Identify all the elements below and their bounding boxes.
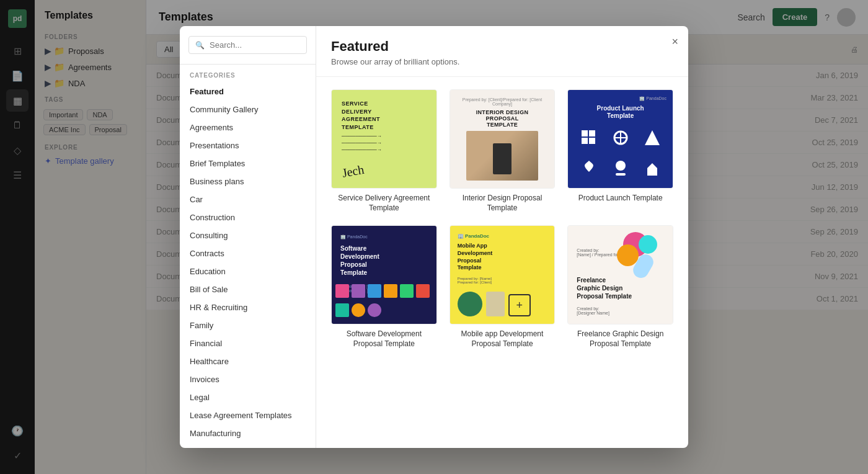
category-item-lease-agreement[interactable]: Lease Agreement Templates xyxy=(180,406,316,424)
svg-rect-0 xyxy=(582,130,588,136)
category-item-hr-recruiting[interactable]: HR & Recruiting xyxy=(180,298,316,316)
template-thumbnail-4: 🏢 PandaDoc SoftwareDevelopmentProposalTe… xyxy=(331,225,437,324)
modal-close-button[interactable]: × xyxy=(671,36,678,47)
templates-grid-container: SERVICEDELIVERYAGREEMENTTEMPLATE ───────… xyxy=(316,77,688,448)
template-card-service-delivery[interactable]: SERVICEDELIVERYAGREEMENTTEMPLATE ───────… xyxy=(331,89,437,213)
modal-title: Featured xyxy=(331,38,673,55)
template-card-software-dev[interactable]: 🏢 PandaDoc SoftwareDevelopmentProposalTe… xyxy=(331,225,437,349)
template-card-freelance-design[interactable]: Created by: [Name] / Prepared for: [Clie… xyxy=(567,225,673,349)
category-item-business-plans[interactable]: Business plans xyxy=(180,172,316,190)
category-item-presentations[interactable]: Presentations xyxy=(180,136,316,154)
modal-subtitle: Browse our array of brilliant options. xyxy=(331,57,673,66)
modal-right-panel: Featured Browse our array of brilliant o… xyxy=(316,26,688,448)
modal-overlay[interactable]: 🔍 CATEGORIES Featured Community Gallery … xyxy=(0,0,868,474)
template-thumbnail-2: Prepared by: [Client]/Prepared for: [Cli… xyxy=(450,89,556,189)
template-card-product-launch[interactable]: 🏢 PandaDoc Product LaunchTemplate xyxy=(567,89,673,213)
category-item-invoices[interactable]: Invoices xyxy=(180,370,316,388)
template-card-interior-design[interactable]: Prepared by: [Client]/Prepared for: [Cli… xyxy=(450,89,556,213)
svg-rect-1 xyxy=(589,130,595,136)
template-name-1: Service Delivery Agreement Template xyxy=(331,194,437,213)
search-icon: 🔍 xyxy=(195,41,205,50)
categories-label: CATEGORIES xyxy=(180,65,316,83)
category-item-legal[interactable]: Legal xyxy=(180,388,316,406)
template-card-mobile-app[interactable]: 🏢 PandaDoc Mobile AppDevelopmentProposal… xyxy=(450,225,556,349)
templates-grid: SERVICEDELIVERYAGREEMENTTEMPLATE ───────… xyxy=(331,89,673,349)
category-item-community-gallery[interactable]: Community Gallery xyxy=(180,101,316,118)
svg-rect-3 xyxy=(589,138,595,144)
template-name-4: Software Development Proposal Template xyxy=(331,329,437,349)
template-name-6: Freelance Graphic Design Proposal Templa… xyxy=(567,329,673,349)
category-item-agreements[interactable]: Agreements xyxy=(180,118,316,136)
category-item-consulting[interactable]: Consulting xyxy=(180,226,316,244)
category-item-education[interactable]: Education xyxy=(180,262,316,280)
svg-rect-2 xyxy=(582,138,588,144)
category-item-family[interactable]: Family xyxy=(180,316,316,334)
category-item-marketing[interactable]: Marketing xyxy=(180,442,316,448)
template-name-5: Mobile app Development Proposal Template xyxy=(450,329,556,349)
svg-rect-9 xyxy=(616,173,626,176)
category-item-construction[interactable]: Construction xyxy=(180,208,316,226)
category-item-contracts[interactable]: Contracts xyxy=(180,244,316,262)
modal-left-panel: 🔍 CATEGORIES Featured Community Gallery … xyxy=(180,26,316,448)
category-item-financial[interactable]: Financial xyxy=(180,334,316,352)
template-thumbnail-5: 🏢 PandaDoc Mobile AppDevelopmentProposal… xyxy=(450,225,556,324)
category-item-manufacturing[interactable]: Manufacturing xyxy=(180,424,316,442)
template-gallery-modal: 🔍 CATEGORIES Featured Community Gallery … xyxy=(180,26,688,448)
category-item-car[interactable]: Car xyxy=(180,190,316,208)
template-name-3: Product Launch Template xyxy=(567,194,673,203)
svg-marker-7 xyxy=(645,130,660,145)
template-thumbnail-1: SERVICEDELIVERYAGREEMENTTEMPLATE ───────… xyxy=(331,89,437,189)
category-item-featured[interactable]: Featured xyxy=(180,83,316,101)
modal-search-area: 🔍 xyxy=(180,26,316,65)
svg-rect-8 xyxy=(616,161,626,171)
category-item-healthcare[interactable]: Healthcare xyxy=(180,352,316,370)
modal-header: Featured Browse our array of brilliant o… xyxy=(316,26,688,77)
template-thumbnail-3: 🏢 PandaDoc Product LaunchTemplate xyxy=(567,89,673,189)
category-item-brief-templates[interactable]: Brief Templates xyxy=(180,154,316,172)
search-wrapper: 🔍 xyxy=(188,36,307,54)
template-name-2: Interior Design Proposal Template xyxy=(450,194,556,213)
search-input[interactable] xyxy=(210,40,300,50)
category-item-bill-of-sale[interactable]: Bill of Sale xyxy=(180,280,316,298)
template-thumbnail-6: Created by: [Name] / Prepared for: [Clie… xyxy=(567,225,673,324)
category-list: Featured Community Gallery Agreements Pr… xyxy=(180,83,316,448)
